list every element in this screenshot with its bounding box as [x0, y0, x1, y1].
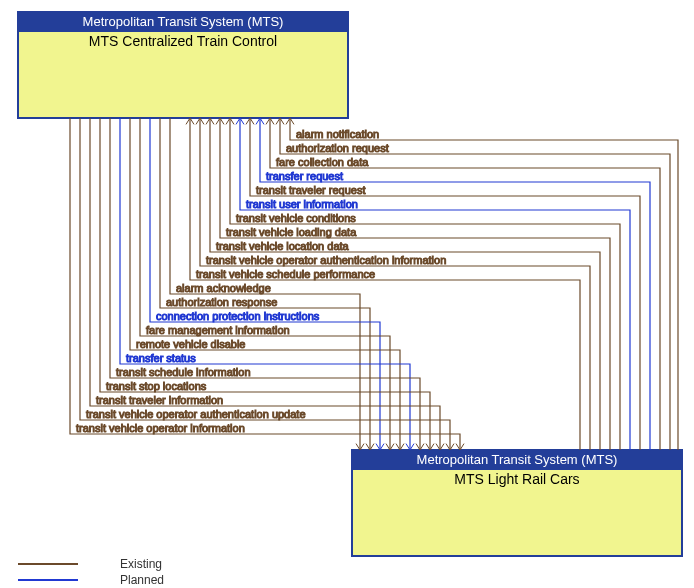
flow-label: transit schedule information [116, 366, 251, 378]
flow-label: transit vehicle schedule performance [196, 268, 375, 280]
legend-planned-label: Planned [120, 573, 164, 587]
node-mts-centralized-train-control[interactable]: Metropolitan Transit System (MTS) MTS Ce… [18, 12, 348, 118]
flow-label: transit stop locations [106, 380, 207, 392]
flow-label: transfer request [266, 170, 343, 182]
flow-label: remote vehicle disable [136, 338, 245, 350]
flow-label: transit vehicle conditions [236, 212, 356, 224]
flows-group: alarm notificationauthorization requestf… [70, 118, 678, 450]
node-bottom-name: MTS Light Rail Cars [454, 471, 579, 487]
flow-label: alarm acknowledge [176, 282, 271, 294]
flow-label: transit vehicle operator authentication … [206, 254, 446, 266]
flow-label: transit traveler information [96, 394, 223, 406]
flow-label: transit user information [246, 198, 358, 210]
flow-label: transit vehicle operator authentication … [86, 408, 306, 420]
flow-label: transit vehicle operator information [76, 422, 245, 434]
flow-label: alarm notification [296, 128, 379, 140]
flow-label: transit traveler request [256, 184, 365, 196]
legend: Existing Planned [18, 557, 164, 587]
flow-label: authorization response [166, 296, 277, 308]
legend-existing-label: Existing [120, 557, 162, 571]
flow-label: authorization request [286, 142, 389, 154]
flow-label: transfer status [126, 352, 196, 364]
node-top-name: MTS Centralized Train Control [89, 33, 277, 49]
node-mts-light-rail-cars[interactable]: Metropolitan Transit System (MTS) MTS Li… [352, 450, 682, 556]
node-top-org: Metropolitan Transit System (MTS) [83, 14, 284, 29]
flow-label: connection protection instructions [156, 310, 320, 322]
flow-label: transit vehicle location data [216, 240, 350, 252]
flow-label: transit vehicle loading data [226, 226, 357, 238]
node-bottom-org: Metropolitan Transit System (MTS) [417, 452, 618, 467]
flow-label: fare management information [146, 324, 290, 336]
flow-label: fare collection data [276, 156, 369, 168]
